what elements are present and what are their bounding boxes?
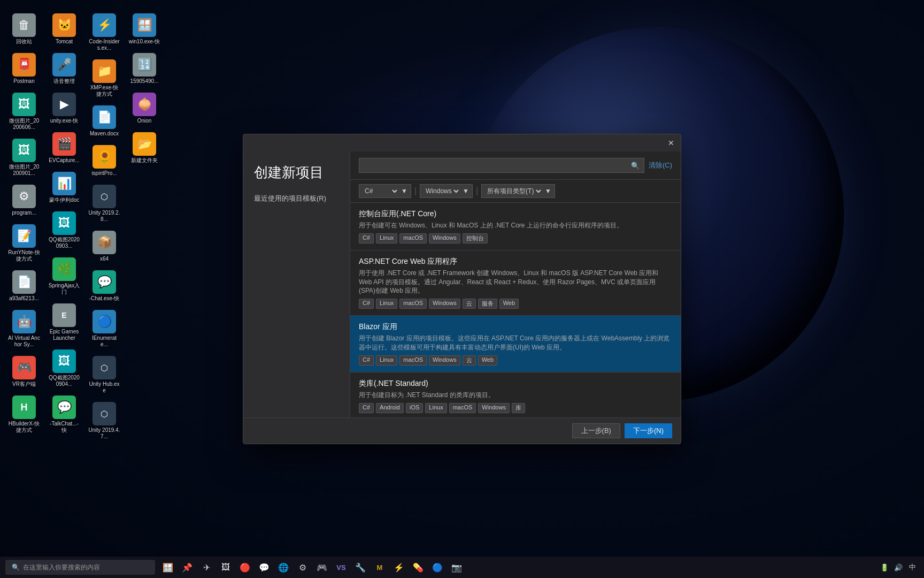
taskbar-icon-pill[interactable]: 💊 [410, 559, 427, 576]
taskbar-icon-tool[interactable]: 🔧 [352, 559, 369, 576]
dialog-footer: 上一步(B) 下一步(N) [243, 417, 681, 444]
language-filter[interactable]: C# VB F# 所有语言 ▼ [359, 184, 411, 198]
taskbar-icon-pin[interactable]: 📌 [179, 559, 196, 576]
tag: C# [359, 403, 374, 413]
template-item-console[interactable]: 控制台应用(.NET Core) 用于创建可在 Windows、Linux 和 … [350, 203, 681, 250]
taskbar-icon-camera[interactable]: 📷 [448, 559, 465, 576]
clear-button[interactable]: 清除(C) [649, 161, 672, 170]
tag: Windows [429, 299, 460, 309]
taskbar-right: 🔋 🔊 中 [879, 562, 924, 573]
template-item-classlib[interactable]: 类库(.NET Standard) 用于创建目标为 .NET Standard … [350, 372, 681, 417]
tag: C# [359, 233, 374, 244]
template-item-aspnet[interactable]: ASP.NET Core Web 应用程序 用于使用 .NET Core 或 .… [350, 250, 681, 316]
taskbar-search-placeholder: 在这里输入你要搜索的内容 [23, 563, 100, 572]
left-panel: 创建新项目 最近使用的项目模板(R) [243, 151, 350, 417]
tag: 云 [463, 299, 476, 309]
filter-row: C# VB F# 所有语言 ▼ | Windows Linux [350, 180, 681, 203]
tag: Linux [376, 355, 397, 366]
taskbar-search[interactable]: 🔍 在这里输入你要搜索的内容 [5, 560, 155, 575]
taskbar-icon-settings[interactable]: ⚙ [294, 559, 311, 576]
dialog-title: 创建新项目 [254, 164, 339, 181]
template-tags-aspnet: C# Linux macOS Windows 云 服务 Web [359, 299, 672, 309]
taskbar-icon-vscode[interactable]: ⚡ [390, 559, 407, 576]
taskbar-icon-m[interactable]: M [371, 559, 388, 576]
tag: macOS [449, 403, 476, 413]
type-filter[interactable]: 所有项目类型(T) Web 桌面 控制台 库 ▼ [481, 184, 555, 198]
template-tags-blazor: C# Linux macOS Windows 云 Web [359, 355, 672, 366]
template-desc-console: 用于创建可在 Windows、Linux 和 MacOS 上的 .NET Cor… [359, 221, 672, 230]
taskbar-icon-vs[interactable]: VS [333, 559, 350, 576]
dialog-titlebar: ✕ [243, 134, 681, 151]
taskbar-volume[interactable]: 🔊 [893, 562, 904, 573]
next-button[interactable]: 下一步(N) [625, 423, 672, 438]
taskbar-icon-blue[interactable]: 🔵 [429, 559, 446, 576]
tag: Web [478, 355, 497, 366]
template-desc-aspnet: 用于使用 .NET Core 或 .NET Framework 创建 Windo… [359, 269, 672, 295]
tag: Android [376, 403, 404, 413]
taskbar-icon-windows[interactable]: 🪟 [159, 559, 176, 576]
tag: macOS [399, 233, 427, 244]
back-button[interactable]: 上一步(B) [572, 423, 620, 438]
tag: C# [359, 299, 374, 309]
tag: 云 [463, 355, 476, 366]
template-desc-classlib: 用于创建目标为 .NET Standard 的类库的项目。 [359, 391, 672, 400]
taskbar-icon-wechat[interactable]: 💬 [256, 559, 273, 576]
taskbar-icon-game[interactable]: 🎮 [313, 559, 330, 576]
taskbar-icons: 🪟 📌 ✈ 🖼 🔴 💬 🌐 ⚙ 🎮 VS 🔧 M ⚡ 💊 🔵 📷 [159, 559, 465, 576]
taskbar-icon-red[interactable]: 🔴 [236, 559, 253, 576]
tag: 服务 [478, 299, 497, 309]
taskbar: 🔍 在这里输入你要搜索的内容 🪟 📌 ✈ 🖼 🔴 💬 🌐 ⚙ 🎮 VS 🔧 M … [0, 557, 924, 578]
template-list: 控制台应用(.NET Core) 用于创建可在 Windows、Linux 和 … [350, 203, 681, 417]
tag: macOS [399, 355, 427, 366]
search-header: 🔍 清除(C) [350, 151, 681, 180]
platform-filter[interactable]: Windows Linux macOS 所有平台 ▼ [420, 184, 473, 198]
taskbar-battery[interactable]: 🔋 [879, 562, 890, 573]
template-name-blazor: Blazor 应用 [359, 322, 672, 332]
language-select[interactable]: C# VB F# 所有语言 [363, 187, 399, 195]
taskbar-lang[interactable]: 中 [907, 562, 918, 573]
template-tags-classlib: C# Android iOS Linux macOS Windows 库 [359, 403, 672, 413]
tag: iOS [406, 403, 423, 413]
template-name-aspnet: ASP.NET Core Web 应用程序 [359, 257, 672, 267]
tag: 控制台 [463, 233, 488, 244]
close-button[interactable]: ✕ [666, 138, 676, 148]
template-name-console: 控制台应用(.NET Core) [359, 209, 672, 219]
recent-label: 最近使用的项目模板(R) [254, 194, 339, 203]
tag: Linux [376, 299, 397, 309]
tag: 库 [512, 403, 525, 413]
type-select[interactable]: 所有项目类型(T) Web 桌面 控制台 库 [485, 187, 543, 195]
template-tags-console: C# Linux macOS Windows 控制台 [359, 233, 672, 244]
tag: Windows [429, 355, 460, 366]
tag: macOS [399, 299, 427, 309]
taskbar-icon-photo[interactable]: 🖼 [217, 559, 234, 576]
tag: Linux [376, 233, 397, 244]
search-input[interactable] [364, 162, 631, 170]
template-item-blazor[interactable]: Blazor 应用 用于创建 Blazor 应用的项目模板。这些应用在 ASP.… [350, 316, 681, 372]
desktop: 🗑 回收站 📮 Postman 🖼 微信图片_20200606... 🖼 微信图… [0, 0, 924, 578]
right-panel: 🔍 清除(C) C# VB F# 所有语言 [350, 151, 681, 417]
dialog-body: 创建新项目 最近使用的项目模板(R) 🔍 清除(C) [243, 151, 681, 417]
taskbar-icon-browser[interactable]: 🌐 [275, 559, 292, 576]
taskbar-search-icon: 🔍 [12, 564, 20, 571]
tag: Web [499, 299, 519, 309]
platform-select[interactable]: Windows Linux macOS 所有平台 [424, 187, 460, 195]
taskbar-icon-telegram[interactable]: ✈ [198, 559, 215, 576]
tag: Linux [425, 403, 446, 413]
template-name-classlib: 类库(.NET Standard) [359, 379, 672, 389]
modal-overlay: ✕ 创建新项目 最近使用的项目模板(R) 🔍 清除(C) [0, 0, 924, 578]
search-icon: 🔍 [631, 162, 640, 170]
search-box[interactable]: 🔍 [359, 158, 644, 173]
tag: Windows [429, 233, 460, 244]
template-desc-blazor: 用于创建 Blazor 应用的项目模板。这些应用在 ASP.NET Core 应… [359, 334, 672, 352]
create-project-dialog: ✕ 创建新项目 最近使用的项目模板(R) 🔍 清除(C) [243, 134, 681, 444]
tag: C# [359, 355, 374, 366]
tag: Windows [478, 403, 510, 413]
